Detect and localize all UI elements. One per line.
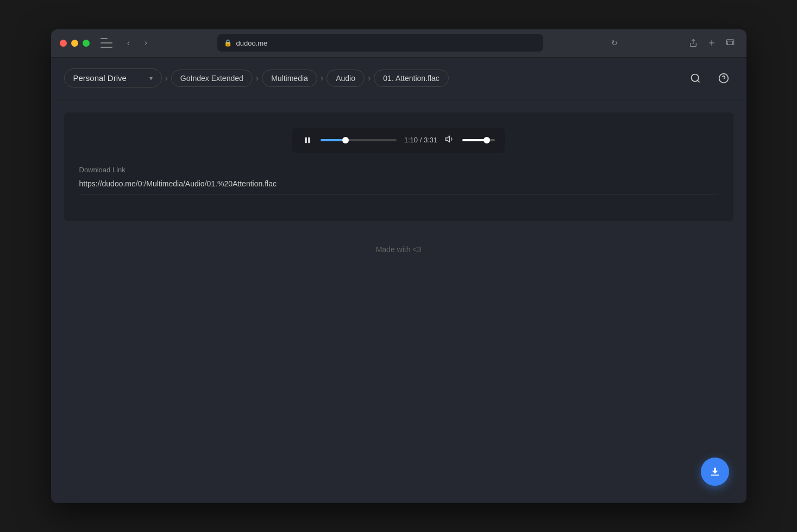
sidebar-toggle[interactable] [101,38,112,48]
chevron-down-icon: ▾ [149,74,153,82]
browser-titlebar: ‹ › 🔒 dudoo.me ↻ [51,29,746,58]
browser-nav: ‹ › [121,35,154,51]
separator-1: › [165,73,168,83]
browser-window: ‹ › 🔒 dudoo.me ↻ [51,29,746,503]
breadcrumb-goindex[interactable]: GoIndex Extended [171,70,253,87]
minimize-button[interactable] [71,40,78,47]
separator-3: › [321,73,323,83]
lock-icon: 🔒 [224,39,232,47]
svg-rect-3 [727,41,732,45]
separator-4: › [368,73,371,83]
svg-marker-10 [446,136,450,142]
svg-line-5 [697,80,699,82]
separator-2: › [256,73,259,83]
search-button[interactable] [686,68,705,88]
pause-button[interactable] [302,135,313,146]
help-button[interactable] [714,68,733,88]
download-fab-button[interactable] [701,458,729,486]
progress-container [321,139,397,141]
player-bar: 1:10 / 3:31 [292,128,505,153]
tabs-button[interactable] [723,35,738,51]
download-section: Download Link https://dudoo.me/0:/Multim… [77,166,720,195]
svg-point-4 [691,74,698,81]
breadcrumb-audio[interactable]: Audio [327,70,365,87]
svg-rect-9 [308,137,310,143]
download-url[interactable]: https://dudoo.me/0:/Multimedia/Audio/01.… [79,179,718,195]
drive-label: Personal Drive [73,73,127,83]
page-content: Personal Drive ▾ › GoIndex Extended › Mu… [51,58,746,503]
volume-track[interactable] [462,139,495,141]
volume-button[interactable] [445,134,455,146]
download-icon [709,466,721,478]
progress-track[interactable] [321,139,397,141]
browser-actions [686,35,738,51]
media-container: 1:10 / 3:31 [64,112,733,221]
back-button[interactable]: ‹ [121,35,136,51]
svg-rect-8 [305,137,307,143]
address-bar[interactable]: 🔒 dudoo.me [217,34,543,52]
nav-bar: Personal Drive ▾ › GoIndex Extended › Mu… [51,58,746,99]
drive-selector[interactable]: Personal Drive ▾ [64,68,162,87]
time-display: 1:10 / 3:31 [404,136,437,144]
nav-icons [686,68,733,88]
breadcrumb-multimedia[interactable]: Multimedia [262,70,317,87]
volume-fill [462,139,487,141]
audio-player: 1:10 / 3:31 [77,128,720,153]
breadcrumb-file[interactable]: 01. Attention.flac [374,70,449,87]
share-button[interactable] [686,35,701,51]
forward-button[interactable]: › [139,35,154,51]
traffic-lights [60,40,90,47]
new-tab-button[interactable] [704,35,719,51]
refresh-button[interactable]: ↻ [607,39,622,47]
maximize-button[interactable] [83,40,90,47]
volume-thumb [484,137,490,143]
footer: Made with <3 [51,234,746,265]
close-button[interactable] [60,40,67,47]
url-text: dudoo.me [236,39,268,47]
footer-text: Made with <3 [376,245,422,254]
progress-thumb [342,137,349,143]
download-label: Download Link [79,166,718,174]
progress-fill [321,139,346,141]
